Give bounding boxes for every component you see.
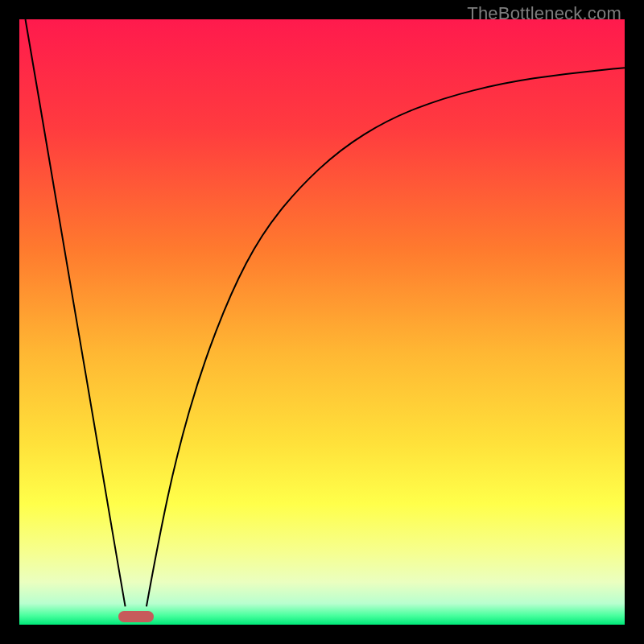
left-branch-path — [26, 19, 126, 606]
right-branch-path — [147, 68, 625, 606]
chart-frame: TheBottleneck.com — [0, 0, 644, 644]
plot-area — [19, 19, 625, 625]
watermark-text: TheBottleneck.com — [467, 3, 621, 24]
optimum-marker — [118, 611, 154, 622]
chart-curve — [19, 19, 625, 625]
